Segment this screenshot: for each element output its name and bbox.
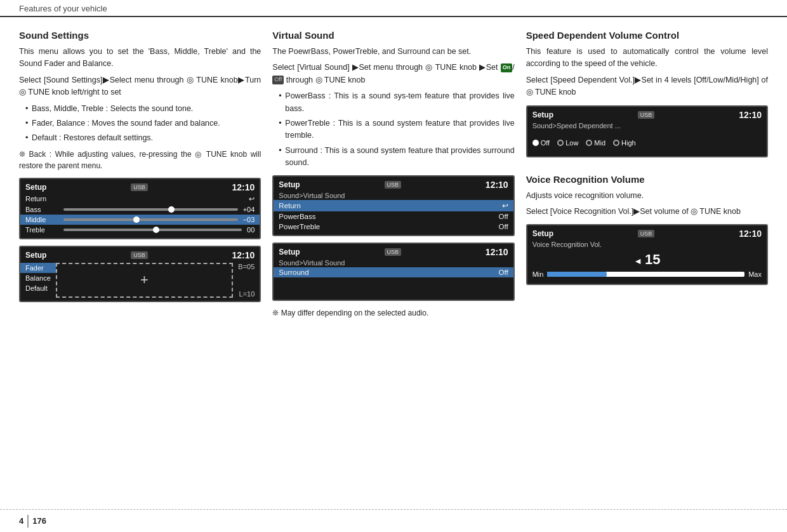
bullet-fader: Fader, Balance : Moves the sound fader a…: [25, 117, 261, 130]
vs-screen1-powertreble: PowerTreble Off: [279, 222, 508, 232]
sound-settings-note: Back : While adjusting values, re-pressi…: [19, 149, 261, 171]
screen1-row-bass: Bass +04: [25, 204, 255, 215]
screen1-usb: USB: [131, 183, 148, 191]
screen1-treble-label: Treble: [25, 226, 58, 234]
screen1-row-middle: Middle −03: [20, 215, 260, 225]
vs-surround-label: Surround: [279, 269, 308, 276]
vr-min-label: Min: [532, 270, 544, 278]
bass-slider[interactable]: [63, 208, 238, 211]
radio-mid[interactable]: Mid: [586, 139, 605, 147]
vr-screen-time: 12:10: [739, 229, 762, 239]
screen2-default-label: Default: [25, 284, 48, 292]
screen1-return-label: Return: [25, 195, 46, 203]
screen1-time: 12:10: [232, 182, 255, 192]
sound-settings-para2: Select [Sound Settings]▶Select menu thro…: [19, 74, 261, 99]
vr-volume-bar: Min Max: [532, 270, 762, 278]
vr-screen-usb: USB: [638, 230, 655, 237]
screen1-row-return: Return ↩: [25, 194, 255, 204]
screen1-row-treble: Treble 00: [25, 225, 255, 235]
vs-screen2-usb: USB: [385, 248, 402, 256]
screen2-label: Setup: [25, 251, 46, 260]
screen-fader-balance: Setup USB 12:10 Fader Balance Default: [19, 246, 261, 302]
virtual-sound-bullets: PowerBass : This is a sound sys-tem feat…: [279, 90, 514, 169]
screen1-middle-value: −03: [243, 216, 255, 223]
radio-low-label: Low: [565, 139, 578, 147]
bullet-surround: Surround : This is a sound system featur…: [279, 145, 514, 170]
vr-max-label: Max: [748, 270, 762, 278]
screen2-time: 12:10: [232, 250, 255, 260]
screen2-row-fader: Fader: [20, 263, 56, 273]
virtual-sound-note: May differ depending on the selected aud…: [272, 307, 514, 319]
col-sound-settings: Sound Settings This menu allows you to s…: [19, 30, 272, 511]
vr-submenu: Voice Recognition Vol.: [532, 240, 762, 249]
radio-dot-off: [532, 140, 539, 146]
screen1-return-icon: ↩: [249, 195, 255, 203]
col-virtual-sound: Virtual Sound The PoewrBass, PowerTreble…: [272, 30, 526, 511]
screen2-row-default: Default: [25, 283, 51, 293]
page-header: Features of your vehicle: [0, 0, 787, 17]
sd-screen-header: Setup USB 12:10: [532, 110, 762, 120]
radio-dot-mid: [586, 140, 592, 146]
vs-powerbass-label: PowerBass: [279, 213, 315, 220]
on-badge: On: [501, 63, 513, 72]
screen2-header: Setup USB 12:10: [25, 250, 255, 260]
screen2-balance-label: Balance: [25, 274, 51, 282]
vr-screen-header: Setup USB 12:10: [532, 229, 762, 239]
vr-volume-display: 15: [532, 249, 762, 270]
voice-recognition-para3: Adjusts voice recognition volume.: [526, 190, 768, 202]
radio-low[interactable]: Low: [557, 139, 578, 147]
radio-off[interactable]: Off: [532, 139, 550, 147]
middle-slider[interactable]: [63, 218, 238, 221]
vs-screen1-submenu: Sound>Virtual Sound: [279, 191, 508, 200]
bullet-powerbass: PowerBass : This is a sound sys-tem feat…: [279, 90, 514, 115]
vs-surround-value: Off: [499, 269, 508, 276]
vs-return-icon: ↩: [502, 201, 508, 210]
sd-screen-label: Setup: [532, 110, 553, 119]
footer-separator: [27, 515, 29, 528]
vs-screen1-powerbass: PowerBass Off: [279, 211, 508, 222]
screen2-b-value: B=05: [238, 263, 255, 270]
virtual-sound-title: Virtual Sound: [272, 30, 514, 41]
vs-screen2-header: Setup USB 12:10: [279, 247, 508, 257]
radio-dot-high: [613, 140, 619, 146]
treble-slider[interactable]: [63, 229, 242, 231]
vs-powertreble-value: Off: [499, 223, 508, 230]
bullet-powertreble: PowerTreble : This is a sound system fea…: [279, 117, 514, 142]
speed-dependent-title: Speed Dependent Volume Control: [526, 30, 768, 41]
screen-virtual-sound-1: Setup USB 12:10 Sound>Virtual Sound Retu…: [272, 175, 514, 236]
virtual-sound-para2: Select [Virtual Sound] ▶Set menu through…: [272, 62, 514, 86]
vs-screen1-label: Setup: [279, 180, 300, 189]
sd-radio-options: Off Low Mid High: [532, 136, 762, 149]
screen2-l-value: L=10: [239, 290, 255, 298]
speed-dependent-para1: This feature is used to automatically co…: [526, 46, 768, 70]
screen1-bass-value: +04: [243, 206, 255, 213]
header-title: Features of your vehicle: [19, 4, 107, 13]
footer-page-sub: 176: [32, 516, 46, 526]
vs-screen2-submenu: Sound>Virtual Sound: [279, 258, 508, 267]
radio-off-label: Off: [541, 139, 550, 147]
screen1-label: Setup: [25, 183, 46, 192]
radio-dot-low: [557, 140, 564, 146]
screen-virtual-sound-2: Setup USB 12:10 Sound>Virtual Sound Surr…: [272, 243, 514, 301]
sound-settings-bullets: Bass, Middle, Treble : Selects the sound…: [25, 103, 261, 145]
vs-powertreble-label: PowerTreble: [279, 223, 320, 230]
radio-high[interactable]: High: [613, 139, 636, 147]
sound-settings-para1: This menu allows you to set the 'Bass, M…: [19, 46, 261, 70]
sound-settings-title: Sound Settings: [19, 30, 261, 41]
radio-high-label: High: [621, 139, 636, 147]
screen2-usb: USB: [131, 251, 148, 259]
screen-voice-recognition: Setup USB 12:10 Voice Recognition Vol. 1…: [526, 224, 768, 285]
sd-screen-usb: USB: [638, 111, 655, 119]
vr-bar-track: [547, 272, 744, 277]
sd-submenu: Sound>Speed Dependent ...: [532, 121, 762, 130]
screen1-header: Setup USB 12:10: [25, 182, 255, 192]
screen2-fader-label: Fader: [25, 264, 44, 272]
voice-recognition-para4: Select [Voice Recognition Vol.]▶Set volu…: [526, 206, 768, 218]
vs-screen2-time: 12:10: [486, 247, 508, 257]
screen-speed-dependent: Setup USB 12:10 Sound>Speed Dependent ..…: [526, 105, 768, 157]
main-content: Sound Settings This menu allows you to s…: [0, 17, 787, 517]
radio-mid-label: Mid: [594, 139, 605, 147]
page-footer: 4 176: [0, 509, 787, 532]
vs-screen2-label: Setup: [279, 248, 300, 256]
screen1-treble-value: 00: [247, 226, 255, 234]
